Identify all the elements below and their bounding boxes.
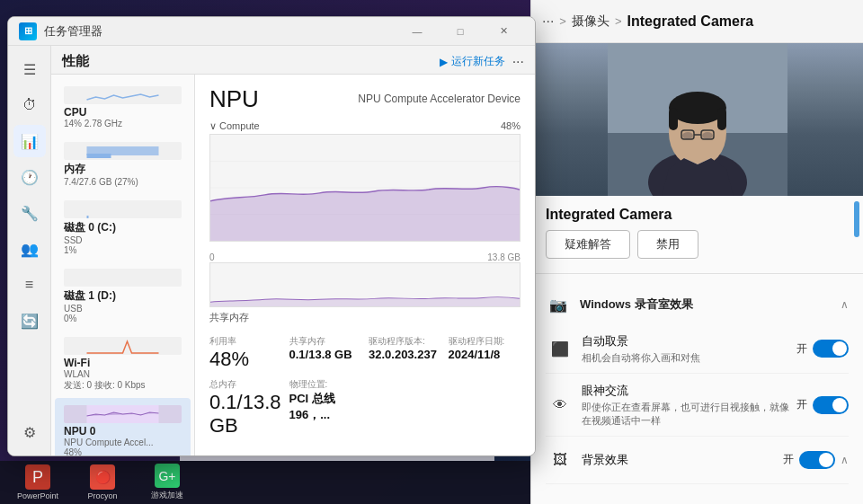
sidebar-services-icon[interactable]: 🔄 — [13, 305, 46, 337]
stat-location-label: 物理位置: — [289, 378, 362, 391]
eye-contact-toggle-label: 开 — [796, 397, 807, 412]
background-item: 🖼 背景效果 开 ∧ — [546, 437, 849, 484]
device-item-npu[interactable]: NPU 0 NPU Compute Accel... 48% — [55, 398, 191, 455]
scroll-indicator[interactable] — [854, 201, 859, 237]
eye-contact-control: 开 — [796, 396, 849, 414]
section-divider-1 — [531, 273, 863, 274]
taskbar-app-procyon[interactable]: 🔴 Procyon — [72, 464, 133, 501]
breadcrumb-sep1: > — [559, 14, 566, 28]
memory-sub: 7.4/27.6 GB (27%) — [64, 177, 182, 187]
auto-framing-desc: 相机会自动将你入画和对焦 — [582, 351, 796, 364]
sidebar-history-icon[interactable]: 🕐 — [13, 161, 46, 193]
task-manager-main: 性能 ▶ 运行新任务 ··· — [51, 46, 535, 455]
camera-preview — [531, 43, 863, 196]
disk1-sub1: USB — [64, 304, 182, 314]
powerpoint-label: PowerPoint — [17, 491, 58, 500]
header-actions: ▶ 运行新任务 ··· — [440, 54, 524, 70]
sidebar-process-icon[interactable]: ⏱ — [13, 89, 46, 121]
effects-icon: 📷 — [546, 292, 571, 317]
eye-contact-toggle[interactable] — [813, 396, 849, 414]
wifi-name: Wi-Fi — [64, 357, 182, 369]
taskbar-app-game[interactable]: G+ 游戏加速 — [137, 464, 198, 501]
npu-sub1: NPU Compute Accel... — [64, 438, 182, 447]
desktop: 🔒 隐私和安全性 🔄 Windows 更新 ⊞ 任务管理器 — □ ✕ ☰ — [0, 0, 863, 504]
performance-content: CPU 14% 2.78 GHz 内存 — [51, 75, 535, 455]
cpu-mini-chart — [64, 86, 182, 104]
sidebar-users-icon[interactable]: 👥 — [13, 233, 46, 265]
auto-framing-toggle[interactable] — [813, 340, 849, 358]
performance-title: 性能 — [62, 53, 89, 70]
camera-device-name: Integrated Camera — [531, 196, 863, 230]
run-task-button[interactable]: ▶ 运行新任务 — [440, 54, 505, 69]
detail-title: NPU — [209, 85, 259, 113]
device-item-memory[interactable]: 内存 7.4/27.6 GB (27%) — [55, 135, 191, 192]
svg-point-23 — [682, 132, 693, 139]
minimize-button[interactable]: — — [396, 17, 438, 46]
stat-driver-date-label: 驱动程序日期: — [449, 335, 521, 348]
taskbar-app-powerpoint[interactable]: P PowerPoint — [7, 464, 68, 501]
task-manager-title: 任务管理器 — [44, 23, 102, 40]
procyon-label: Procyon — [87, 491, 117, 500]
stat-location: 物理位置: PCI 总线 196，... — [289, 378, 362, 438]
auto-framing-item: ⬛ 自动取景 相机会自动将你入画和对焦 开 — [546, 324, 849, 374]
svg-rect-4 — [87, 282, 159, 287]
stat-driver-date-value: 2024/11/8 — [449, 348, 521, 361]
task-manager-sidebar: ☰ ⏱ 📊 🕐 🔧 👥 ≡ 🔄 ⚙ — [8, 46, 51, 455]
detail-header: NPU NPU Compute Accelerator Device — [209, 85, 520, 113]
game-icon: G+ — [155, 464, 180, 488]
eye-contact-content: 眼神交流 即使你正在查看屏幕，也可进行目视接触，就像在视频通话中一样 — [582, 383, 796, 427]
powerpoint-icon: P — [25, 464, 50, 490]
device-list: CPU 14% 2.78 GHz 内存 — [51, 75, 195, 455]
breadcrumb-dots[interactable]: ··· — [542, 13, 554, 30]
auto-framing-icon: ⬛ — [546, 334, 574, 363]
svg-rect-2 — [87, 214, 159, 218]
background-title: 背景效果 — [582, 452, 783, 468]
close-button[interactable]: ✕ — [483, 17, 524, 46]
maximize-button[interactable]: □ — [440, 17, 481, 46]
window-controls: — □ ✕ — [396, 17, 524, 46]
eye-contact-icon: 👁 — [546, 391, 574, 420]
stat-driver-date: 驱动程序日期: 2024/11/8 — [449, 335, 521, 371]
compute-chart-label: ∨ Compute 48% — [209, 120, 520, 132]
eye-contact-desc: 即使你正在查看屏幕，也可进行目视接触，就像在视频通话中一样 — [582, 401, 796, 427]
disk0-name: 磁盘 0 (C:) — [64, 220, 182, 235]
sidebar-performance-icon[interactable]: 📊 — [13, 125, 46, 157]
eye-contact-title: 眼神交流 — [582, 383, 796, 399]
device-item-wifi[interactable]: Wi-Fi WLAN 发送: 0 接收: 0 Kbps — [55, 330, 191, 397]
sidebar-settings-icon[interactable]: ⚙ — [13, 416, 46, 448]
background-knob — [819, 453, 833, 467]
device-item-disk1[interactable]: 磁盘 1 (D:) USB 0% — [55, 261, 191, 329]
disable-button[interactable]: 禁用 — [637, 230, 698, 259]
disk0-mini-chart — [64, 200, 182, 218]
sidebar-details-icon[interactable]: ≡ — [13, 269, 46, 301]
device-item-cpu[interactable]: CPU 14% 2.78 GHz — [55, 79, 191, 134]
background-toggle-label: 开 — [783, 452, 794, 467]
disk1-sub2: 0% — [64, 314, 182, 323]
camera-actions: 疑难解答 禁用 — [531, 230, 863, 270]
auto-framing-knob — [832, 341, 847, 356]
background-toggle[interactable] — [799, 451, 835, 469]
detail-subtitle: NPU Compute Accelerator Device — [358, 85, 520, 105]
auto-framing-control: 开 — [796, 340, 849, 358]
performance-header: 性能 ▶ 运行新任务 ··· — [51, 46, 535, 75]
windows-effects-header[interactable]: 📷 Windows 录音室效果 ∧ — [546, 285, 849, 324]
sidebar-menu-icon[interactable]: ☰ — [13, 53, 46, 85]
background-chevron: ∧ — [841, 454, 849, 466]
wifi-mini-chart — [64, 337, 182, 355]
background-icon: 🖼 — [546, 446, 574, 474]
more-button[interactable]: ··· — [512, 54, 524, 70]
breadcrumb: ··· > 摄像头 > Integrated Camera — [542, 13, 852, 30]
effects-title-row: 📷 Windows 录音室效果 — [546, 292, 693, 317]
disk0-sub2: 1% — [64, 245, 182, 255]
camera-titlebar: ··· > 摄像头 > Integrated Camera — [531, 0, 863, 43]
cpu-name: CPU — [64, 106, 182, 119]
task-manager-logo: ⊞ — [19, 22, 37, 40]
disk1-name: 磁盘 1 (D:) — [64, 288, 182, 304]
breadcrumb-parent[interactable]: 摄像头 — [572, 13, 609, 30]
device-item-disk0[interactable]: 磁盘 0 (C:) SSD 1% — [55, 193, 191, 261]
auto-framing-content: 自动取景 相机会自动将你入画和对焦 — [582, 333, 796, 364]
game-label: 游戏加速 — [151, 490, 183, 501]
troubleshoot-button[interactable]: 疑难解答 — [546, 230, 630, 259]
sidebar-startup-icon[interactable]: 🔧 — [13, 197, 46, 229]
svg-rect-18 — [669, 108, 678, 130]
